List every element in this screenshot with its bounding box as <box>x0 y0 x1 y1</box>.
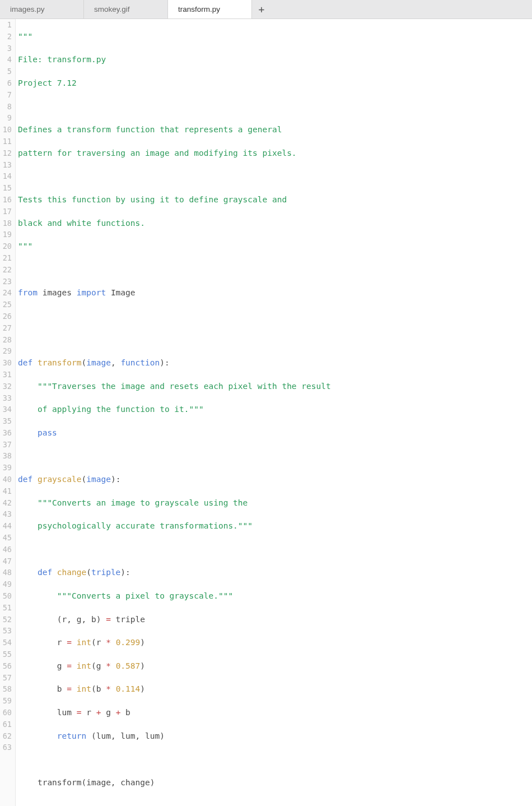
line-number: 11 <box>0 136 15 147</box>
line-number: 58 <box>0 683 15 695</box>
line-number: 8 <box>0 101 15 113</box>
line-number: 14 <box>0 170 15 182</box>
tab-bar: images.py smokey.gif transform.py + <box>0 0 532 19</box>
new-tab-button[interactable]: + <box>252 0 271 18</box>
line-number: 36 <box>0 427 15 439</box>
plus-icon: + <box>259 3 265 15</box>
line-number: 15 <box>0 182 15 194</box>
line-number: 56 <box>0 660 15 672</box>
tab-label: transform.py <box>178 5 220 13</box>
line-number: 40 <box>0 474 15 485</box>
line-number: 61 <box>0 719 15 730</box>
line-number: 55 <box>0 648 15 660</box>
line-number: 18 <box>0 217 15 229</box>
line-number: 62 <box>0 730 15 742</box>
line-number: 46 <box>0 544 15 555</box>
tab-transform-py[interactable]: transform.py <box>168 0 252 18</box>
line-number: 27 <box>0 322 15 334</box>
line-number: 50 <box>0 590 15 602</box>
line-number: 35 <box>0 415 15 427</box>
line-number: 42 <box>0 497 15 509</box>
tab-label: smokey.gif <box>94 5 130 13</box>
line-number: 10 <box>0 124 15 136</box>
line-number: 45 <box>0 532 15 544</box>
line-number: 31 <box>0 369 15 381</box>
line-number: 29 <box>0 345 15 357</box>
line-number: 49 <box>0 578 15 590</box>
line-number: 41 <box>0 485 15 497</box>
tab-images-py[interactable]: images.py <box>0 0 84 18</box>
tab-smokey-gif[interactable]: smokey.gif <box>84 0 168 18</box>
line-number: 17 <box>0 206 15 217</box>
line-number: 38 <box>0 450 15 462</box>
line-number: 43 <box>0 508 15 520</box>
line-number: 44 <box>0 520 15 532</box>
editor: 1234567891011121314151617181920212223242… <box>0 19 532 806</box>
line-number: 9 <box>0 112 15 124</box>
line-number: 26 <box>0 311 15 322</box>
tab-label: images.py <box>10 5 45 13</box>
line-number: 25 <box>0 299 15 311</box>
line-number: 37 <box>0 439 15 451</box>
line-number: 21 <box>0 252 15 264</box>
line-number: 20 <box>0 240 15 252</box>
line-number: 51 <box>0 602 15 614</box>
line-number: 39 <box>0 462 15 474</box>
line-number: 54 <box>0 637 15 648</box>
line-number: 4 <box>0 54 15 66</box>
line-number: 48 <box>0 567 15 578</box>
line-number: 59 <box>0 695 15 707</box>
line-number: 6 <box>0 77 15 89</box>
line-number: 5 <box>0 66 15 77</box>
line-number: 33 <box>0 392 15 404</box>
line-number: 2 <box>0 31 15 43</box>
line-number: 23 <box>0 276 15 288</box>
line-number-gutter: 1234567891011121314151617181920212223242… <box>0 19 16 806</box>
line-number: 19 <box>0 229 15 240</box>
line-number: 12 <box>0 147 15 159</box>
line-number: 1 <box>0 19 15 31</box>
line-number: 52 <box>0 614 15 626</box>
code-area[interactable]: """ File: transform.py Project 7.12 Defi… <box>16 19 532 806</box>
line-number: 7 <box>0 89 15 101</box>
line-number: 24 <box>0 287 15 299</box>
line-number: 16 <box>0 194 15 206</box>
line-number: 63 <box>0 742 15 753</box>
line-number: 13 <box>0 159 15 171</box>
line-number: 60 <box>0 707 15 719</box>
line-number: 53 <box>0 625 15 637</box>
line-number: 32 <box>0 381 15 392</box>
line-number: 47 <box>0 555 15 567</box>
line-number: 28 <box>0 334 15 346</box>
line-number: 3 <box>0 43 15 54</box>
line-number: 34 <box>0 404 15 415</box>
line-number: 22 <box>0 264 15 276</box>
line-number: 30 <box>0 357 15 369</box>
line-number: 57 <box>0 672 15 684</box>
